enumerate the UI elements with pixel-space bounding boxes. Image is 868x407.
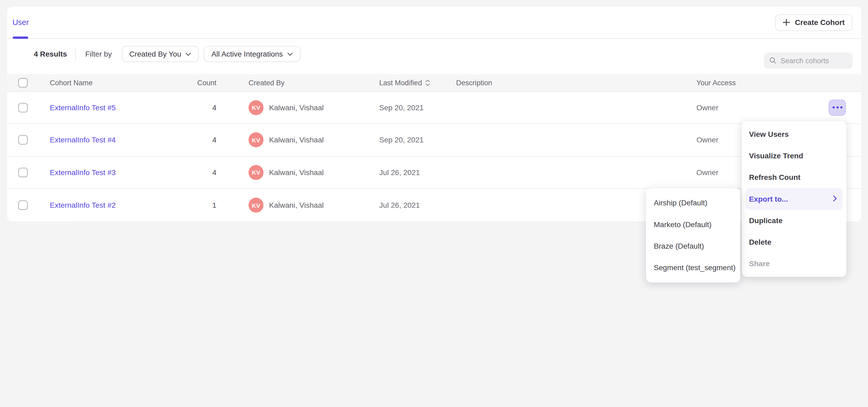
row-checkbox[interactable] [18, 135, 28, 145]
row-checkbox[interactable] [18, 168, 28, 177]
menu-item-refresh-count[interactable]: Refresh Count [742, 166, 846, 188]
last-modified-date: Jul 26, 2021 [379, 168, 456, 177]
created-by-name: Kalwani, Vishaal [269, 168, 324, 177]
table-row[interactable]: ExternalInfo Test #5 4 KV Kalwani, Visha… [7, 92, 861, 124]
results-count: 4 Results [34, 50, 67, 58]
last-modified-date: Sep 20, 2021 [379, 103, 456, 112]
col-header-last-modified-label: Last Modified [379, 79, 422, 87]
table-row[interactable]: ExternalInfo Test #4 4 KV Kalwani, Visha… [7, 124, 861, 156]
filter-bar: 4 Results Filter by Created By You All A… [7, 46, 861, 62]
avatar: KV [249, 100, 264, 115]
menu-item-share: Share [742, 253, 846, 275]
filter-by-label: Filter by [85, 50, 112, 58]
plus-icon [783, 19, 790, 26]
select-all-checkbox[interactable] [18, 78, 28, 87]
cohort-count: 1 [177, 201, 216, 209]
submenu-item-segment[interactable]: Segment (test_segment) [646, 257, 740, 278]
cohort-name-link[interactable]: ExternalInfo Test #3 [50, 168, 116, 177]
col-header-your-access: Your Access [696, 79, 817, 87]
row-actions-menu: View Users Visualize Trend Refresh Count… [742, 121, 846, 277]
create-cohort-button[interactable]: Create Cohort [775, 14, 852, 31]
tab-bar: User Create Cohort [7, 6, 861, 38]
search-box[interactable] [764, 52, 852, 68]
created-by-name: Kalwani, Vishaal [269, 103, 324, 112]
col-header-created-by: Created By [216, 79, 379, 87]
created-by-filter-dropdown[interactable]: Created By You [122, 46, 199, 62]
cohort-name-link[interactable]: ExternalInfo Test #2 [50, 201, 116, 209]
menu-item-delete[interactable]: Delete [742, 231, 846, 253]
col-header-description: Description [456, 79, 696, 87]
menu-item-export-to[interactable]: Export to... [746, 188, 842, 210]
chevron-right-icon [833, 195, 837, 201]
export-submenu: Airship (Default) Marketo (Default) Braz… [646, 188, 740, 282]
tab-active-underline [12, 36, 28, 38]
submenu-item-airship[interactable]: Airship (Default) [646, 192, 740, 214]
row-actions-button[interactable] [829, 100, 846, 116]
col-header-last-modified[interactable]: Last Modified [379, 79, 456, 87]
created-by-filter-label: Created By You [129, 50, 181, 58]
avatar: KV [249, 198, 264, 213]
cohort-count: 4 [177, 168, 216, 177]
cohort-count: 4 [177, 136, 216, 144]
menu-item-export-to-label: Export to... [749, 195, 788, 203]
col-header-cohort-name: Cohort Name [50, 79, 177, 87]
submenu-item-braze[interactable]: Braze (Default) [646, 236, 740, 257]
sort-icon[interactable] [425, 79, 430, 86]
ellipsis-icon [836, 106, 838, 109]
chevron-down-icon [186, 52, 191, 56]
created-by-name: Kalwani, Vishaal [269, 201, 324, 209]
menu-item-visualize-trend[interactable]: Visualize Trend [742, 145, 846, 166]
search-input[interactable] [781, 56, 847, 65]
ellipsis-icon [832, 106, 835, 109]
last-modified-date: Sep 20, 2021 [379, 136, 456, 144]
tab-user[interactable]: User [12, 6, 29, 38]
table-row[interactable]: ExternalInfo Test #3 4 KV Kalwani, Visha… [7, 156, 861, 189]
row-checkbox[interactable] [18, 103, 28, 112]
divider [75, 49, 76, 60]
avatar: KV [249, 165, 264, 180]
created-by-name: Kalwani, Vishaal [269, 136, 324, 144]
row-checkbox[interactable] [18, 200, 28, 210]
last-modified-date: Jul 26, 2021 [379, 201, 456, 209]
menu-item-duplicate[interactable]: Duplicate [742, 210, 846, 231]
menu-item-view-users[interactable]: View Users [742, 124, 846, 145]
cohort-name-link[interactable]: ExternalInfo Test #5 [50, 103, 116, 112]
submenu-item-marketo[interactable]: Marketo (Default) [646, 214, 740, 235]
table-header: Cohort Name Count Created By Last Modifi… [7, 74, 861, 92]
ellipsis-icon [840, 106, 842, 109]
integrations-filter-dropdown[interactable]: All Active Integrations [204, 46, 301, 62]
create-cohort-label: Create Cohort [795, 18, 845, 27]
chevron-down-icon [287, 52, 293, 56]
tab-user-label: User [12, 18, 29, 27]
cohort-name-link[interactable]: ExternalInfo Test #4 [50, 136, 116, 144]
integrations-filter-label: All Active Integrations [211, 50, 283, 58]
avatar: KV [249, 132, 264, 148]
cohorts-page: User Create Cohort 4 Results Filter by C… [0, 0, 868, 407]
cohort-count: 4 [177, 103, 216, 112]
search-icon [770, 57, 776, 64]
access-cell: Owner [696, 103, 817, 112]
col-header-count: Count [177, 79, 216, 87]
